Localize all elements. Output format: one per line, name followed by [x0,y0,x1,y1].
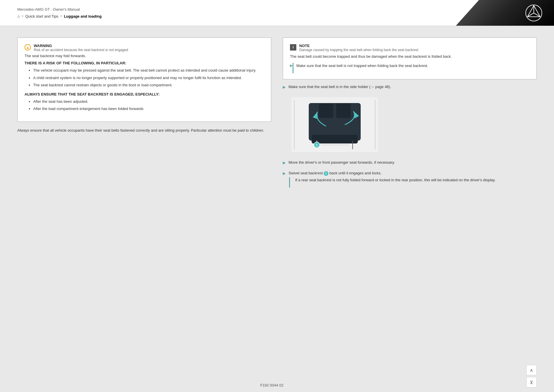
footer-controls: ∧ ⊻ [526,365,537,387]
svg-rect-7 [336,104,351,118]
instruction-3-block: ▶ Swivel seat backrest 1 back until it e… [283,170,537,188]
instruction-arrow-3: ▶ [283,171,286,176]
note-instruction-text: Make sure that the seat belt is not trap… [296,63,428,69]
warning-section2-title: ALWAYS ENSURE THAT THE SEAT BACKREST IS … [25,92,264,96]
list-item: The vehicle occupant may be pressed agai… [33,68,264,73]
warning-list2: After the seat has been adjusted. After … [25,99,264,112]
mercedes-logo [525,4,542,22]
main-content: ▲ WARNING Risk of an accident because th… [0,26,554,199]
note-instruction-block: ▶ Make sure that the seat belt is not tr… [290,63,529,73]
header-logo-area [456,0,554,26]
note-instruction-arrow: ▶ [290,64,293,68]
warning-body: The seat backrest may fold forwards. [25,54,264,58]
list-item: After the seat has been adjusted. [33,99,264,104]
instruction-3-sub: If a rear seat backrest is not fully fol… [289,177,537,188]
seat-diagram-svg: 1 [291,97,378,152]
warning-title: WARNING [34,44,128,48]
svg-text:1: 1 [316,143,318,147]
bookmark-icon[interactable]: ⊻ [526,377,537,387]
warning-section1-title: THERE IS A RISK OF THE FOLLOWING, IN PAR… [25,61,264,65]
note-box: i NOTE Damage caused by trapping the sea… [283,38,537,79]
footer: F192 0044 02 ∧ ⊻ [0,360,554,392]
note-title-block: NOTE Damage caused by trapping the seat … [299,44,418,52]
list-item: After the load compartment enlargement h… [33,106,264,112]
svg-rect-6 [319,104,333,118]
breadcrumb: ⌂ > Quick start and Tips > Luggage and l… [17,14,439,18]
breadcrumb-current: Luggage and loading [64,14,102,18]
teal-bar [293,63,293,73]
instruction-1: ▶ Make sure that the seat belt is in the… [283,84,537,90]
warning-icon: ▲ [25,44,31,51]
warning-box: ▲ WARNING Risk of an accident because th… [17,38,271,122]
header-content: Mercedes-AMG GT · Owner's Manual ⌂ > Qui… [0,0,456,26]
note-header: i NOTE Damage caused by trapping the sea… [290,44,529,52]
warning-list1: The vehicle occupant may be pressed agai… [25,68,264,88]
warning-header: ▲ WARNING Risk of an accident because th… [25,44,264,52]
note-body: The seat belt could become trapped and t… [290,54,529,59]
list-item: A child restraint system is no longer pr… [33,75,264,81]
breadcrumb-link1[interactable]: Quick start and Tips [25,14,58,18]
breadcrumb-sep1: > [21,14,23,18]
note-title: NOTE [299,44,418,48]
svg-rect-5 [312,135,358,143]
page-title: Mercedes-AMG GT · Owner's Manual [17,7,439,12]
instruction-2: ▶ Move the driver's or front passenger s… [283,160,537,166]
left-column: ▲ WARNING Risk of an accident because th… [17,38,271,188]
seat-diagram: 1 [291,97,378,152]
instruction-text-3: Swivel seat backrest 1 back until it eng… [289,170,381,176]
breadcrumb-sep2: > [60,14,62,18]
instruction-text-2: Move the driver's or front passenger sea… [289,160,395,165]
below-warning-text: Always ensure that all vehicle occupants… [17,128,271,134]
warning-subtitle: Risk of an accident because the seat bac… [34,48,128,52]
header: Mercedes-AMG GT · Owner's Manual ⌂ > Qui… [0,0,554,26]
list-item: The seat backrest cannot restrain object… [33,82,264,88]
breadcrumb-home-icon[interactable]: ⌂ [17,14,20,18]
instruction-sub-text: If a rear seat backrest is not fully fol… [293,177,495,183]
instruction-text-1: Make sure that the seat belt is in the s… [289,84,391,90]
footer-code: F192 0044 02 [17,383,526,387]
instruction-3: ▶ Swivel seat backrest 1 back until it e… [283,170,537,176]
note-icon: i [290,44,296,51]
right-column: i NOTE Damage caused by trapping the sea… [283,38,537,188]
scroll-up-button[interactable]: ∧ [526,365,537,375]
instruction-arrow-2: ▶ [283,160,286,166]
note-subtitle: Damage caused by trapping the seat belt … [299,48,418,52]
instruction-arrow-1: ▶ [283,84,286,90]
teal-bar-sub [289,177,290,188]
warning-title-block: WARNING Risk of an accident because the … [34,44,128,52]
